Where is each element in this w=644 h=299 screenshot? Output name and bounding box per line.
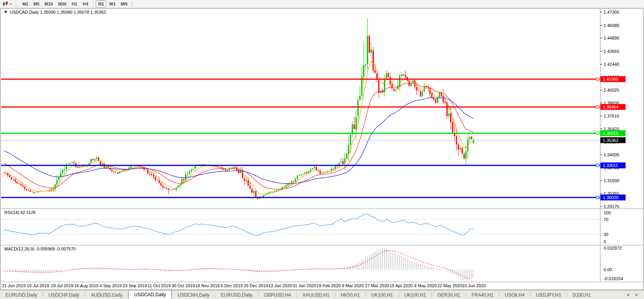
candle-body (308, 172, 309, 173)
chart-area[interactable]: 1.473051.460801.448901.436651.424401.412… (0, 8, 644, 290)
candle-body (272, 192, 273, 192)
candle-body (24, 187, 25, 189)
tabs-scroll-left-icon[interactable]: ◄ (626, 293, 629, 297)
level-price-badge-label: 1.33011 (603, 163, 618, 168)
candle-body (312, 169, 313, 169)
candle-body (231, 168, 232, 168)
chart-tab-eurusd-daily[interactable]: EURUSD,Daily (215, 291, 258, 299)
toolbar-grip[interactable] (16, 1, 17, 7)
timeframe-button-m30[interactable]: M30 (56, 0, 69, 7)
candle-body (287, 184, 289, 186)
chart-tab-ger30-h1[interactable]: GER30,H1 (432, 291, 466, 299)
chart-tab-usdcad-daily[interactable]: USDCAD,Daily (128, 290, 172, 299)
candle-body (448, 114, 449, 116)
candle-body (355, 117, 357, 130)
chart-symbol-button[interactable]: ▼ (1, 0, 13, 7)
date-label: 18 Nov 2019 (195, 283, 220, 288)
toolbar: ▼ M1M5M15M30H1H4D1W1MN (0, 0, 644, 8)
date-label: 19 Feb 2020 (317, 283, 341, 288)
candle-body (452, 122, 453, 132)
candle-body (304, 172, 306, 174)
date-label: 25 Dec 2019 (244, 283, 268, 288)
candle-body (160, 183, 162, 186)
timeframe-button-mn[interactable]: MN (118, 0, 130, 7)
candle-body (69, 163, 71, 164)
candle-body (255, 191, 257, 197)
candle-body (464, 154, 465, 158)
timeframe-button-m5[interactable]: M5 (31, 0, 42, 7)
candlestick-chart-icon (2, 1, 9, 7)
candle-body (233, 167, 234, 168)
chart-tab-audusd-daily[interactable]: AUDUSD,Daily (85, 291, 128, 299)
timeframe-button-m15[interactable]: M15 (42, 0, 55, 7)
timeframe-button-m1[interactable]: M1 (20, 0, 31, 7)
timeframe-button-d1[interactable]: D1 (96, 0, 106, 7)
candle-body (225, 170, 226, 171)
candle-body (340, 162, 342, 163)
chart-tab-uk100-h1[interactable]: UK100,H1 (399, 291, 431, 299)
candle-body (111, 170, 113, 171)
candle-body (249, 186, 251, 189)
chart-tab-xauusd-h1[interactable]: XAUUSD,H1 (297, 291, 335, 299)
candle-body (227, 170, 228, 171)
date-label: 9 Mar 2020 (342, 283, 364, 288)
date-label: 22 May 2020 (437, 283, 462, 288)
candle-body (268, 192, 269, 193)
candle-body (155, 177, 156, 180)
candle-body (416, 87, 417, 91)
chart-tab-gbpusd-h4[interactable]: GBPUSD,H4 (258, 291, 297, 299)
candle-body (346, 153, 347, 158)
date-label: 27 Mar 2020 (365, 283, 389, 288)
candle-body (73, 162, 75, 163)
chevron-down-icon: ▼ (9, 3, 12, 5)
chart-tab-eurusd-daily[interactable]: EURUSD,Daily (0, 291, 43, 299)
candle-body (191, 170, 192, 172)
candle-body (176, 187, 177, 190)
candle-body (113, 171, 114, 172)
date-label: 21 Jun 2019 (2, 283, 26, 288)
chart-tab-fra40-h1[interactable]: FRA40,H1 (466, 291, 499, 299)
date-label: 10 Jun 2020 (462, 283, 486, 288)
timeframe-button-h1[interactable]: H1 (69, 0, 80, 7)
macd-axis-label: 0.032972 (604, 246, 622, 250)
level-price-badge-label: 1.38464 (603, 105, 619, 109)
candle-body (94, 159, 95, 161)
candle-body (420, 91, 421, 96)
candle-body (5, 173, 6, 174)
tabs-scroll-right-icon[interactable]: ► (635, 293, 639, 297)
candle-body (433, 98, 434, 100)
candle-body (386, 73, 387, 79)
candle-body (418, 91, 419, 91)
candle-body (435, 100, 436, 103)
date-label: 29 Jul 2019 (51, 283, 73, 288)
chart-tab-hk50-h1[interactable]: HK50,H1 (335, 291, 366, 299)
chart-tab-usdcnh-daily[interactable]: USDCNH,Daily (172, 291, 215, 299)
candle-body (322, 173, 323, 174)
candle-body (439, 92, 440, 97)
chart-tab-uk100-h1[interactable]: UK100,H1 (366, 291, 398, 299)
candle-body (37, 192, 38, 192)
candle-body (20, 184, 22, 185)
date-label: 30 Oct 2019 (171, 283, 195, 288)
chart-tab-dj30-h1[interactable]: DJ30,H1 (567, 291, 597, 299)
candle-body (193, 169, 194, 170)
chart-tab-usoil-h4[interactable]: USOil,H4 (499, 291, 530, 299)
level-price-badge-label: 1.41060 (603, 77, 619, 82)
date-label: 4 Sep 2019 (100, 283, 122, 288)
candle-body (157, 180, 158, 181)
timeframe-button-h4[interactable]: H4 (80, 0, 91, 7)
timeframe-button-w1[interactable]: W1 (107, 0, 118, 7)
chart-tab-usdchf-daily[interactable]: USDCHF,Daily (43, 291, 85, 299)
candle-body (276, 190, 277, 191)
candle-body (444, 102, 446, 103)
candle-body (300, 174, 302, 175)
chart-tab-usdjpy-h1[interactable]: USDJPY,H1 (530, 291, 566, 299)
candle-body (365, 64, 366, 65)
candle-body (174, 190, 175, 190)
candle-body (357, 100, 358, 116)
candle-body (348, 145, 349, 154)
date-label: 11 Oct 2019 (147, 283, 171, 288)
candle-body (302, 174, 304, 174)
candle-body (183, 179, 184, 180)
candle-body (36, 192, 37, 193)
